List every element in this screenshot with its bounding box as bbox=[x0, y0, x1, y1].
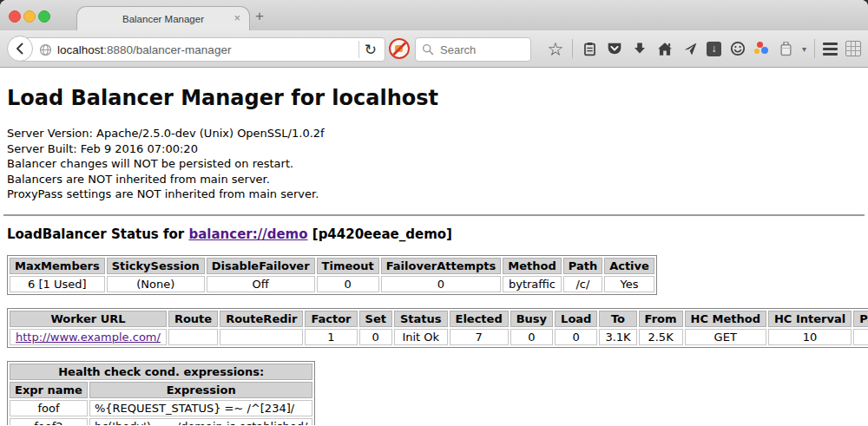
reload-icon[interactable]: ↻ bbox=[365, 43, 377, 57]
worker-url-link[interactable]: http://www.example.com/ bbox=[16, 331, 161, 344]
expr-name: foof2 bbox=[10, 418, 88, 426]
health-check-table: Health check cond. expressions: Expr nam… bbox=[7, 361, 315, 426]
balancer-demo-link[interactable]: balancer://demo bbox=[188, 226, 307, 242]
back-arrow-icon bbox=[13, 42, 27, 56]
toolbar-icons: ☆ bbox=[547, 30, 861, 67]
table-title-row: Health check cond. expressions: bbox=[10, 364, 312, 380]
grid-icon[interactable] bbox=[845, 41, 861, 56]
home-icon[interactable] bbox=[656, 40, 674, 57]
globe-icon[interactable] bbox=[39, 43, 52, 56]
page-content: Load Balancer Manager for localhost Serv… bbox=[0, 68, 868, 425]
server-info: Server Version: Apache/2.5.0-dev (Unix) … bbox=[7, 126, 861, 202]
notice-line: Balancers are NOT inherited from main se… bbox=[7, 172, 861, 187]
close-window-button[interactable] bbox=[9, 10, 21, 23]
back-button[interactable] bbox=[7, 36, 33, 62]
minimize-window-button[interactable] bbox=[23, 10, 36, 23]
table-row: foof %{REQUEST_STATUS} =~ /^[234]/ bbox=[10, 400, 312, 416]
bookmark-star-icon[interactable]: ☆ bbox=[547, 40, 564, 57]
notice-line: ProxyPass settings are NOT inherited fro… bbox=[7, 187, 861, 202]
expr-value: hc('body') =~ /domain is established/ bbox=[89, 418, 313, 426]
new-tab-button[interactable]: + bbox=[255, 8, 264, 25]
navigation-toolbar: localhost:8880/balancer-manager ↻ ☆ bbox=[0, 30, 868, 68]
search-input[interactable] bbox=[438, 39, 529, 60]
table-header-row: MaxMembers StickySession DisableFailover… bbox=[10, 258, 654, 274]
url-path: :8880/balancer-manager bbox=[103, 43, 231, 56]
titlebar: Balancer Manager × + bbox=[0, 0, 868, 30]
tab-title: Balancer Manager bbox=[122, 14, 204, 24]
close-tab-icon[interactable]: × bbox=[233, 11, 240, 24]
send-plane-icon[interactable] bbox=[681, 40, 699, 57]
downloads-icon[interactable] bbox=[631, 40, 648, 57]
table-row: http://www.example.com/ 1 0 Init Ok 7 0 … bbox=[10, 329, 868, 345]
pocket-icon[interactable] bbox=[606, 40, 623, 57]
expr-value: %{REQUEST_STATUS} =~ /^[234]/ bbox=[89, 400, 313, 416]
zoom-window-button[interactable] bbox=[38, 10, 50, 23]
balancer-status-heading: LoadBalancer Status for balancer://demo … bbox=[7, 226, 861, 242]
server-built-line: Server Built: Feb 9 2016 07:00:20 bbox=[7, 141, 861, 157]
browser-window: Balancer Manager × + localhost:8880/bala… bbox=[0, 0, 868, 426]
server-version-line: Server Version: Apache/2.5.0-dev (Unix) … bbox=[7, 126, 861, 141]
search-icon bbox=[422, 43, 434, 56]
content-blocked-icon[interactable] bbox=[389, 38, 410, 59]
balancer-summary-table: MaxMembers StickySession DisableFailover… bbox=[7, 255, 657, 295]
colored-dots-addon-icon[interactable] bbox=[754, 42, 769, 56]
container-icon[interactable] bbox=[777, 40, 794, 57]
worker-table: Worker URL Route RouteRedir Factor Set S… bbox=[7, 308, 868, 348]
table-header-row: Worker URL Route RouteRedir Factor Set S… bbox=[10, 311, 868, 327]
page-title: Load Balancer Manager for localhost bbox=[7, 86, 861, 110]
url-domain: localhost bbox=[57, 43, 103, 56]
notice-line: Balancer changes will NOT be persisted o… bbox=[7, 156, 861, 172]
table-row: foof2 hc('body') =~ /domain is establish… bbox=[10, 418, 312, 426]
expr-name: foof bbox=[10, 400, 88, 416]
menu-hamburger-icon[interactable] bbox=[823, 43, 838, 56]
download-addon-icon[interactable]: ↓ bbox=[707, 42, 721, 56]
tab-balancer-manager[interactable]: Balancer Manager × bbox=[76, 6, 250, 31]
table-row: 6 [1 Used] (None) Off 0 0 bytraffic /c/ … bbox=[10, 276, 654, 292]
health-table-title: Health check cond. expressions: bbox=[10, 364, 312, 380]
search-bar[interactable] bbox=[415, 37, 531, 62]
url-bar[interactable]: localhost:8880/balancer-manager ↻ bbox=[19, 37, 385, 62]
clipboard-icon[interactable] bbox=[581, 40, 598, 57]
emoji-smiley-icon[interactable] bbox=[729, 40, 746, 57]
table-header-row: Expr name Expression bbox=[10, 382, 312, 398]
urlbar-separator bbox=[358, 41, 359, 58]
chevron-down-icon[interactable]: ▾ bbox=[802, 44, 806, 54]
section-divider bbox=[3, 214, 865, 216]
